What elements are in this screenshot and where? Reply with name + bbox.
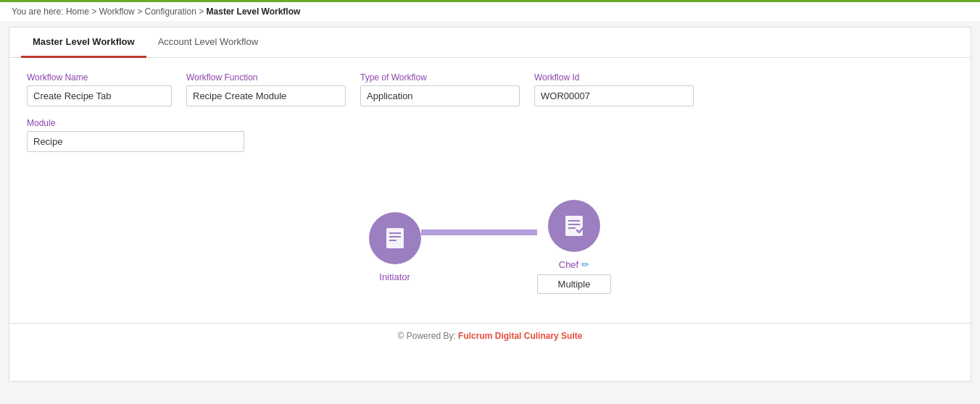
chef-label: Chef — [559, 259, 578, 270]
breadcrumb-workflow[interactable]: Workflow — [99, 7, 135, 17]
module-label: Module — [27, 118, 244, 128]
svg-rect-0 — [386, 228, 404, 248]
workflow-id-input[interactable] — [534, 85, 694, 106]
workflow-name-input[interactable] — [27, 85, 172, 106]
initiator-label: Initiator — [379, 272, 410, 282]
breadcrumb-home[interactable]: Home — [66, 7, 89, 17]
tab-account-level[interactable]: Account Level Workflow — [146, 28, 270, 58]
initiator-node: Initiator — [369, 212, 421, 282]
initiator-circle[interactable] — [369, 212, 421, 264]
footer: © Powered By: Fulcrum Digital Culinary S… — [9, 323, 971, 348]
tab-master-level[interactable]: Master Level Workflow — [21, 28, 146, 58]
chef-circle[interactable] — [548, 200, 600, 252]
workflow-diagram: Initiator Chef — [9, 178, 971, 308]
module-group: Module — [27, 118, 244, 152]
type-of-workflow-label: Type of Workflow — [360, 72, 520, 83]
workflow-id-label: Workflow Id — [534, 72, 694, 83]
type-of-workflow-group: Type of Workflow — [360, 72, 520, 106]
workflow-id-group: Workflow Id — [534, 72, 694, 106]
module-input[interactable] — [27, 131, 244, 152]
form-section: Workflow Name Workflow Function Type of … — [9, 58, 971, 178]
breadcrumb-configuration[interactable]: Configuration — [144, 7, 196, 17]
connector-line — [421, 230, 537, 235]
svg-rect-4 — [565, 216, 583, 236]
workflow-name-label: Workflow Name — [27, 72, 172, 83]
chef-node-extra: Chef ✏ Multiple — [537, 259, 612, 294]
multiple-button[interactable]: Multiple — [537, 274, 612, 294]
tabs-bar: Master Level Workflow Account Level Work… — [9, 28, 971, 58]
top-bar: You are here: Home > Workflow > Configur… — [0, 0, 980, 21]
chef-node: Chef ✏ Multiple — [537, 200, 612, 294]
footer-text: © Powered By: — [398, 331, 459, 341]
breadcrumb-prefix: You are here: — [12, 7, 66, 17]
footer-link[interactable]: Fulcrum Digital Culinary Suite — [458, 331, 582, 341]
breadcrumb-current: Master Level Workflow — [207, 7, 301, 17]
form-row-2: Module — [27, 118, 953, 152]
workflow-name-group: Workflow Name — [27, 72, 172, 106]
main-container: Master Level Workflow Account Level Work… — [9, 27, 971, 382]
workflow-function-group: Workflow Function — [186, 72, 346, 106]
type-of-workflow-input[interactable] — [360, 85, 520, 106]
workflow-function-label: Workflow Function — [186, 72, 346, 83]
form-row-1: Workflow Name Workflow Function Type of … — [27, 72, 953, 106]
edit-icon[interactable]: ✏ — [581, 259, 589, 270]
workflow-function-input[interactable] — [186, 85, 346, 106]
chef-label-row: Chef ✏ — [559, 259, 589, 270]
